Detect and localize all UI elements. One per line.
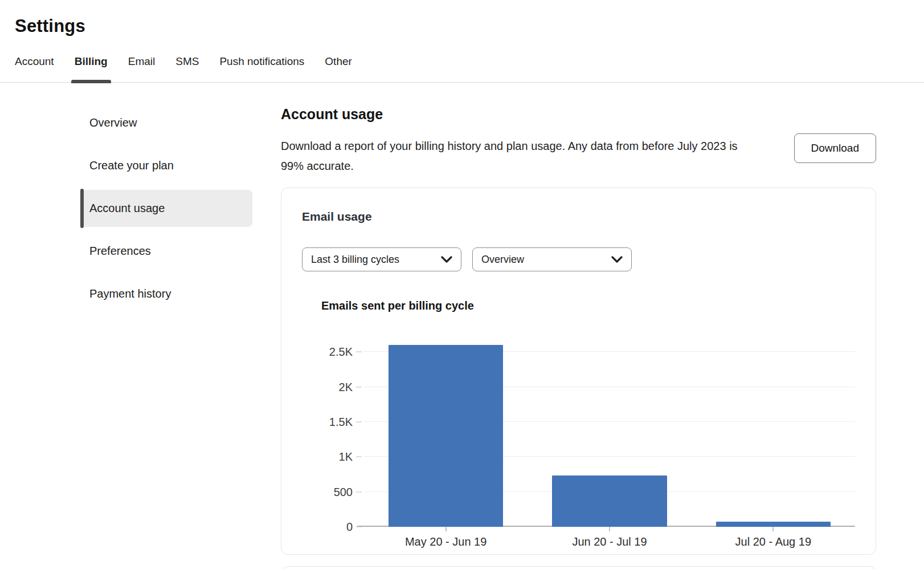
tab-email[interactable]: Email — [128, 55, 156, 83]
bar-slot — [528, 326, 691, 527]
tab-push-notifications[interactable]: Push notifications — [219, 55, 304, 83]
sidebar-item-account-usage[interactable]: Account usage — [80, 190, 252, 227]
page-title: Settings — [15, 16, 924, 36]
tab-bar: AccountBillingEmailSMSPush notifications… — [15, 55, 924, 83]
y-tick-mark — [356, 421, 362, 422]
y-tick-mark — [356, 351, 362, 352]
section-title: Account usage — [281, 106, 754, 123]
x-axis-label: Jul 20 - Aug 19 — [735, 535, 811, 548]
x-slot: May 20 - Jun 19 — [364, 527, 528, 548]
sidebar-item-create-your-plan[interactable]: Create your plan — [80, 147, 252, 184]
chart-plot-area — [364, 326, 855, 527]
chevron-down-icon — [441, 255, 452, 263]
billing-cycles-select[interactable]: Last 3 billing cycles — [302, 247, 461, 271]
chart-bars — [364, 326, 855, 527]
bar-jul-20-aug-19 — [716, 522, 831, 527]
bar-chart: 05001K1.5K2K2.5K — [302, 326, 855, 527]
sidebar-item-label: Account usage — [89, 202, 165, 215]
y-tick-label: 500 — [334, 485, 353, 498]
bar-may-20-jun-19 — [389, 345, 503, 527]
sidebar-item-label: Payment history — [89, 287, 171, 300]
y-tick-mark — [356, 387, 362, 388]
y-tick-label: 1K — [339, 450, 353, 464]
page-header: Settings AccountBillingEmailSMSPush noti… — [0, 0, 924, 83]
x-slot: Jul 20 - Aug 19 — [692, 527, 855, 548]
active-tab-underline — [71, 80, 111, 83]
sidebar-item-payment-history[interactable]: Payment history — [80, 275, 252, 312]
filter-row: Last 3 billing cyclesOverview — [302, 247, 855, 271]
sidebar-item-label: Overview — [89, 116, 137, 129]
y-axis-labels: 05001K1.5K2K2.5K — [302, 326, 356, 527]
content-area: OverviewCreate your planAccount usagePre… — [0, 83, 924, 569]
y-tick-mark — [356, 456, 362, 457]
main-panel: Account usage Download a report of your … — [281, 83, 876, 569]
tab-account[interactable]: Account — [15, 55, 54, 83]
x-axis-labels: May 20 - Jun 19Jun 20 - Jul 19Jul 20 - A… — [364, 527, 855, 548]
tab-billing[interactable]: Billing — [75, 55, 108, 83]
tab-other[interactable]: Other — [325, 55, 352, 83]
x-tick-mark — [445, 527, 447, 531]
y-tick-label: 2K — [339, 380, 353, 393]
view-select[interactable]: Overview — [472, 247, 632, 271]
section-description: Download a report of your billing histor… — [281, 136, 754, 176]
sidebar-item-preferences[interactable]: Preferences — [80, 233, 252, 270]
x-tick-mark — [772, 527, 774, 531]
bar-jun-20-jul-19 — [552, 475, 667, 527]
next-section-card — [281, 566, 876, 569]
selected-item-accent — [80, 189, 84, 228]
y-tick-label: 1.5K — [329, 416, 353, 429]
main-header-text: Account usage Download a report of your … — [281, 106, 754, 176]
billing-cycles-select-value: Last 3 billing cycles — [311, 254, 399, 266]
sidebar: OverviewCreate your planAccount usagePre… — [0, 83, 281, 318]
x-axis-label: May 20 - Jun 19 — [405, 535, 486, 548]
download-button[interactable]: Download — [794, 133, 877, 163]
bar-slot — [364, 326, 528, 527]
email-usage-card: Email usage Last 3 billing cyclesOvervie… — [281, 188, 876, 555]
x-slot: Jun 20 - Jul 19 — [528, 527, 691, 548]
y-axis-ticks — [356, 326, 364, 527]
sidebar-item-label: Create your plan — [89, 159, 174, 172]
main-header: Account usage Download a report of your … — [281, 106, 876, 176]
card-title: Email usage — [302, 210, 855, 223]
x-axis-label: Jun 20 - Jul 19 — [572, 535, 647, 548]
y-tick-label: 0 — [346, 521, 353, 534]
bar-slot — [692, 326, 855, 527]
y-tick-label: 2.5K — [329, 346, 353, 359]
x-tick-mark — [609, 527, 610, 531]
sidebar-item-label: Preferences — [89, 245, 151, 258]
view-select-value: Overview — [481, 254, 524, 266]
chart-title: Emails sent per billing cycle — [321, 299, 855, 312]
tab-sms[interactable]: SMS — [175, 55, 199, 83]
chevron-down-icon — [611, 255, 623, 263]
sidebar-item-overview[interactable]: Overview — [80, 104, 252, 141]
y-tick-mark — [356, 491, 362, 493]
